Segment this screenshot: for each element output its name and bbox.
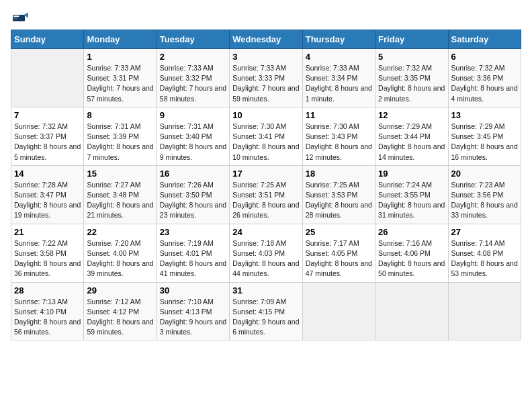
- day-number: 16: [160, 169, 226, 179]
- weekday-header-row: SundayMondayTuesdayWednesdayThursdayFrid…: [11, 30, 521, 49]
- calendar-cell: [375, 282, 448, 340]
- day-number: 31: [232, 285, 299, 295]
- weekday-header-saturday: Saturday: [448, 30, 521, 49]
- day-info: Sunrise: 7:09 AMSunset: 4:15 PMDaylight:…: [232, 297, 299, 338]
- calendar-cell: 21Sunrise: 7:22 AMSunset: 3:58 PMDayligh…: [11, 224, 84, 282]
- calendar-week-1: 1Sunrise: 7:33 AMSunset: 3:31 PMDaylight…: [11, 49, 521, 107]
- calendar-cell: [302, 282, 375, 340]
- calendar-cell: 8Sunrise: 7:31 AMSunset: 3:39 PMDaylight…: [84, 107, 157, 165]
- day-number: 12: [378, 110, 445, 120]
- calendar-table: SundayMondayTuesdayWednesdayThursdayFrid…: [11, 30, 521, 340]
- calendar-cell: 23Sunrise: 7:19 AMSunset: 4:01 PMDayligh…: [157, 224, 229, 282]
- day-number: 19: [378, 169, 445, 179]
- day-info: Sunrise: 7:12 AMSunset: 4:12 PMDaylight:…: [87, 297, 153, 338]
- calendar-cell: 26Sunrise: 7:16 AMSunset: 4:06 PMDayligh…: [375, 224, 448, 282]
- day-number: 14: [14, 169, 81, 179]
- day-info: Sunrise: 7:18 AMSunset: 4:03 PMDaylight:…: [232, 238, 299, 279]
- weekday-header-friday: Friday: [375, 30, 448, 49]
- day-info: Sunrise: 7:32 AMSunset: 3:36 PMDaylight:…: [451, 63, 518, 104]
- calendar-cell: 7Sunrise: 7:32 AMSunset: 3:37 PMDaylight…: [11, 107, 84, 165]
- day-number: 27: [451, 227, 518, 237]
- day-info: Sunrise: 7:27 AMSunset: 3:48 PMDaylight:…: [87, 180, 153, 221]
- day-info: Sunrise: 7:30 AMSunset: 3:43 PMDaylight:…: [306, 122, 372, 163]
- calendar-week-2: 7Sunrise: 7:32 AMSunset: 3:37 PMDaylight…: [11, 107, 521, 165]
- day-info: Sunrise: 7:22 AMSunset: 3:58 PMDaylight:…: [14, 238, 81, 279]
- day-number: 25: [306, 227, 372, 237]
- day-info: Sunrise: 7:33 AMSunset: 3:32 PMDaylight:…: [160, 63, 226, 104]
- day-info: Sunrise: 7:29 AMSunset: 3:44 PMDaylight:…: [378, 122, 445, 163]
- day-number: 29: [87, 285, 153, 295]
- calendar-cell: 19Sunrise: 7:24 AMSunset: 3:55 PMDayligh…: [375, 165, 448, 224]
- day-info: Sunrise: 7:28 AMSunset: 3:47 PMDaylight:…: [14, 180, 81, 221]
- day-info: Sunrise: 7:14 AMSunset: 4:08 PMDaylight:…: [451, 238, 518, 279]
- day-number: 9: [160, 110, 226, 120]
- weekday-header-monday: Monday: [84, 30, 157, 49]
- logo: [11, 11, 34, 23]
- weekday-header-thursday: Thursday: [302, 30, 375, 49]
- calendar-cell: 29Sunrise: 7:12 AMSunset: 4:12 PMDayligh…: [84, 282, 157, 340]
- day-number: 20: [451, 169, 518, 179]
- day-info: Sunrise: 7:33 AMSunset: 3:33 PMDaylight:…: [232, 63, 299, 104]
- calendar-cell: 28Sunrise: 7:13 AMSunset: 4:10 PMDayligh…: [11, 282, 84, 340]
- day-number: 23: [160, 227, 226, 237]
- calendar-cell: 3Sunrise: 7:33 AMSunset: 3:33 PMDaylight…: [230, 49, 302, 107]
- day-number: 4: [306, 52, 372, 62]
- day-number: 28: [14, 285, 81, 295]
- calendar-cell: 10Sunrise: 7:30 AMSunset: 3:41 PMDayligh…: [230, 107, 302, 165]
- day-info: Sunrise: 7:10 AMSunset: 4:13 PMDaylight:…: [160, 297, 226, 338]
- day-info: Sunrise: 7:19 AMSunset: 4:01 PMDaylight:…: [160, 238, 226, 279]
- page-header: [11, 11, 521, 23]
- svg-rect-3: [13, 17, 17, 19]
- day-info: Sunrise: 7:13 AMSunset: 4:10 PMDaylight:…: [14, 297, 81, 338]
- calendar-cell: 5Sunrise: 7:32 AMSunset: 3:35 PMDaylight…: [375, 49, 448, 107]
- calendar-cell: 16Sunrise: 7:26 AMSunset: 3:50 PMDayligh…: [157, 165, 229, 224]
- calendar-cell: 15Sunrise: 7:27 AMSunset: 3:48 PMDayligh…: [84, 165, 157, 224]
- weekday-header-sunday: Sunday: [11, 30, 84, 49]
- calendar-body: 1Sunrise: 7:33 AMSunset: 3:31 PMDaylight…: [11, 49, 521, 340]
- calendar-cell: [448, 282, 521, 340]
- day-info: Sunrise: 7:32 AMSunset: 3:35 PMDaylight:…: [378, 63, 445, 104]
- calendar-week-3: 14Sunrise: 7:28 AMSunset: 3:47 PMDayligh…: [11, 165, 521, 224]
- calendar-cell: 30Sunrise: 7:10 AMSunset: 4:13 PMDayligh…: [157, 282, 229, 340]
- calendar-cell: 13Sunrise: 7:29 AMSunset: 3:45 PMDayligh…: [448, 107, 521, 165]
- day-number: 15: [87, 169, 153, 179]
- calendar-cell: 31Sunrise: 7:09 AMSunset: 4:15 PMDayligh…: [230, 282, 302, 340]
- day-info: Sunrise: 7:29 AMSunset: 3:45 PMDaylight:…: [451, 122, 518, 163]
- calendar-cell: 18Sunrise: 7:25 AMSunset: 3:53 PMDayligh…: [302, 165, 375, 224]
- calendar-cell: 6Sunrise: 7:32 AMSunset: 3:36 PMDaylight…: [448, 49, 521, 107]
- calendar-cell: [11, 49, 84, 107]
- day-info: Sunrise: 7:16 AMSunset: 4:06 PMDaylight:…: [378, 238, 445, 279]
- day-info: Sunrise: 7:31 AMSunset: 3:39 PMDaylight:…: [87, 122, 153, 163]
- calendar-cell: 27Sunrise: 7:14 AMSunset: 4:08 PMDayligh…: [448, 224, 521, 282]
- calendar-week-5: 28Sunrise: 7:13 AMSunset: 4:10 PMDayligh…: [11, 282, 521, 340]
- logo-icon: [11, 11, 31, 23]
- day-number: 13: [451, 110, 518, 120]
- day-info: Sunrise: 7:20 AMSunset: 4:00 PMDaylight:…: [87, 238, 153, 279]
- day-number: 3: [232, 52, 299, 62]
- day-number: 24: [232, 227, 299, 237]
- day-number: 2: [160, 52, 226, 62]
- day-info: Sunrise: 7:24 AMSunset: 3:55 PMDaylight:…: [378, 180, 445, 221]
- calendar-cell: 24Sunrise: 7:18 AMSunset: 4:03 PMDayligh…: [230, 224, 302, 282]
- calendar-cell: 20Sunrise: 7:23 AMSunset: 3:56 PMDayligh…: [448, 165, 521, 224]
- day-info: Sunrise: 7:30 AMSunset: 3:41 PMDaylight:…: [232, 122, 299, 163]
- calendar-cell: 2Sunrise: 7:33 AMSunset: 3:32 PMDaylight…: [157, 49, 229, 107]
- day-number: 30: [160, 285, 226, 295]
- day-number: 17: [232, 169, 299, 179]
- day-number: 10: [232, 110, 299, 120]
- calendar-cell: 4Sunrise: 7:33 AMSunset: 3:34 PMDaylight…: [302, 49, 375, 107]
- day-info: Sunrise: 7:25 AMSunset: 3:51 PMDaylight:…: [232, 180, 299, 221]
- day-info: Sunrise: 7:31 AMSunset: 3:40 PMDaylight:…: [160, 122, 226, 163]
- calendar-cell: 22Sunrise: 7:20 AMSunset: 4:00 PMDayligh…: [84, 224, 157, 282]
- day-info: Sunrise: 7:26 AMSunset: 3:50 PMDaylight:…: [160, 180, 226, 221]
- day-number: 21: [14, 227, 81, 237]
- day-info: Sunrise: 7:32 AMSunset: 3:37 PMDaylight:…: [14, 122, 81, 163]
- weekday-header-wednesday: Wednesday: [230, 30, 302, 49]
- calendar-cell: 1Sunrise: 7:33 AMSunset: 3:31 PMDaylight…: [84, 49, 157, 107]
- calendar-cell: 12Sunrise: 7:29 AMSunset: 3:44 PMDayligh…: [375, 107, 448, 165]
- day-number: 5: [378, 52, 445, 62]
- day-number: 11: [306, 110, 372, 120]
- calendar-cell: 14Sunrise: 7:28 AMSunset: 3:47 PMDayligh…: [11, 165, 84, 224]
- calendar-cell: 11Sunrise: 7:30 AMSunset: 3:43 PMDayligh…: [302, 107, 375, 165]
- day-number: 8: [87, 110, 153, 120]
